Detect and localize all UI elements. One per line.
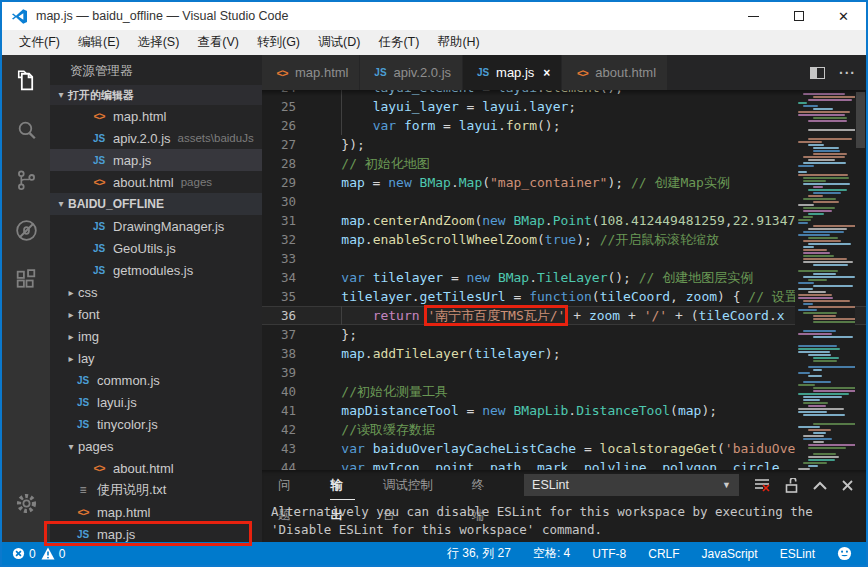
sidebar-title: 资源管理器 (50, 55, 262, 85)
open-editor-map.js[interactable]: JSmap.js (50, 149, 262, 171)
output-channel-select[interactable]: ESLint ▼ (524, 474, 739, 496)
maximize-button[interactable] (776, 2, 821, 30)
code-line-40[interactable]: 40 //初始化测量工具 (262, 382, 866, 401)
code-editor[interactable]: 24 layui_element = layui.element();25 la… (262, 90, 866, 470)
code-line-31[interactable]: 31 map.centerAndZoom(new BMap.Point(108.… (262, 211, 866, 230)
line-number: 27 (262, 135, 296, 154)
code-line-43[interactable]: 43 var baiduOverlayCacheListCache = loca… (262, 439, 866, 458)
status-3627[interactable]: 行 36, 列 27 (447, 545, 511, 562)
more-actions-icon[interactable]: ··· (839, 68, 856, 78)
open-editor-apiv.2.0.js[interactable]: JSapiv.2.0.jsassets\baiduJs (50, 127, 262, 149)
status-CRLF[interactable]: CRLF (648, 547, 679, 561)
open-editors-header[interactable]: ▾ 打开的编辑器 (50, 85, 262, 105)
line-number: 30 (262, 192, 296, 211)
menu-item-H[interactable]: 帮助(H) (428, 30, 488, 55)
settings-icon[interactable] (2, 478, 50, 528)
code-line-26[interactable]: 26 var form = layui.form(); (262, 116, 866, 135)
txt-file-icon: ≡ (74, 483, 92, 497)
open-editor-about.html[interactable]: <>about.htmlpages (50, 171, 262, 193)
tree-item-getmodules.js[interactable]: JSgetmodules.js (50, 259, 262, 281)
menu-item-T[interactable]: 任务(T) (369, 30, 428, 55)
unlock-icon[interactable] (785, 478, 798, 493)
line-number: 41 (262, 401, 296, 420)
tree-item-css[interactable]: ▸css (50, 281, 262, 303)
code-line-33[interactable]: 33 (262, 249, 866, 268)
root-folder-header[interactable]: ▾ BAIDU_OFFLINE (50, 193, 262, 215)
extensions-icon[interactable] (2, 255, 50, 305)
panel-tab-问题[interactable]: 问题 (278, 470, 302, 500)
tab-label: map.html (295, 65, 348, 80)
tree-item-使用说明.txt[interactable]: ≡使用说明.txt (50, 479, 262, 501)
line-content: var myIcon, point, path, mark, polyline,… (296, 458, 788, 470)
tab-about.html[interactable]: <>about.html (562, 55, 668, 90)
code-line-27[interactable]: 27 }); (262, 135, 866, 154)
code-line-44[interactable]: 44 var myIcon, point, path, mark, polyli… (262, 458, 866, 470)
code-line-42[interactable]: 42 //读取缓存数据 (262, 420, 866, 439)
close-panel-icon[interactable] (842, 480, 853, 491)
warnings-indicator[interactable]: 0 (41, 547, 66, 561)
tree-item-common.js[interactable]: JScommon.js (50, 369, 262, 391)
close-button[interactable]: ✕ (821, 2, 866, 30)
explorer-icon[interactable] (2, 55, 50, 105)
status-UTF8[interactable]: UTF-8 (592, 547, 626, 561)
code-line-29[interactable]: 29 map = new BMap.Map("map_container"); … (262, 173, 866, 192)
panel-tab-输出[interactable]: 输出 (330, 470, 354, 500)
panel-tab-终端[interactable]: 终端 (472, 470, 496, 500)
code-line-32[interactable]: 32 map.enableScrollWheelZoom(true); //开启… (262, 230, 866, 249)
file-label: tinycolor.js (97, 417, 158, 432)
tree-item-tinycolor.js[interactable]: JStinycolor.js (50, 413, 262, 435)
menu-item-S[interactable]: 选择(S) (129, 30, 189, 55)
status-ESLint[interactable]: ESLint (780, 547, 815, 561)
search-icon[interactable] (2, 105, 50, 155)
code-line-28[interactable]: 28 // 初始化地图 (262, 154, 866, 173)
panel-tab-调试控制台[interactable]: 调试控制台 (383, 470, 444, 500)
tree-item-layui.js[interactable]: JSlayui.js (50, 391, 262, 413)
editor-scrollbar[interactable] (855, 90, 866, 470)
output-log: Alternatively you can disable ESLint for… (262, 500, 866, 539)
clear-output-icon[interactable] (754, 478, 770, 492)
tree-item-lay[interactable]: ▸lay (50, 347, 262, 369)
code-line-41[interactable]: 41 mapDistanceTool = new BMapLib.Distanc… (262, 401, 866, 420)
tree-item-map.html[interactable]: <>map.html (50, 501, 262, 523)
menu-item-G[interactable]: 转到(G) (248, 30, 309, 55)
tree-item-DrawingManager.js[interactable]: JSDrawingManager.js (50, 215, 262, 237)
code-line-30[interactable]: 30 (262, 192, 866, 211)
status-4[interactable]: 空格: 4 (533, 545, 570, 562)
menu-item-E[interactable]: 编辑(E) (69, 30, 129, 55)
open-editor-map.html[interactable]: <>map.html (50, 105, 262, 127)
tree-item-font[interactable]: ▸font (50, 303, 262, 325)
tab-map.html[interactable]: <>map.html (262, 55, 360, 90)
menu-item-V[interactable]: 查看(V) (188, 30, 248, 55)
tab-apiv.2.0.js[interactable]: JSapiv.2.0.js (360, 55, 463, 90)
source-control-icon[interactable] (2, 155, 50, 205)
code-line-24[interactable]: 24 layui_element = layui.element(); (262, 90, 866, 97)
menu-item-D[interactable]: 调试(D) (309, 30, 369, 55)
status-JavaScript[interactable]: JavaScript (702, 547, 758, 561)
feedback-smiley-icon[interactable] (837, 546, 852, 561)
debug-icon[interactable] (2, 205, 50, 255)
tab-close-icon[interactable]: × (543, 66, 550, 80)
code-line-38[interactable]: 38 map.addTileLayer(tilelayer); (262, 344, 866, 363)
menu-item-F[interactable]: 文件(F) (10, 30, 69, 55)
code-line-36[interactable]: 36 return '南宁市百度TMS瓦片/' + zoom + '/' + (… (262, 306, 866, 325)
code-line-25[interactable]: 25 layui_layer = layui.layer; (262, 97, 866, 116)
tree-item-about.html[interactable]: <>about.html (50, 457, 262, 479)
code-line-39[interactable]: 39 (262, 363, 866, 382)
tree-item-img[interactable]: ▸img (50, 325, 262, 347)
errors-indicator[interactable]: 0 (12, 547, 36, 561)
maximize-panel-icon[interactable] (813, 481, 827, 490)
tree-item-GeoUtils.js[interactable]: JSGeoUtils.js (50, 237, 262, 259)
window-title: map.js — baidu_offline — Visual Studio C… (36, 9, 288, 23)
html-file-icon: <> (90, 176, 108, 188)
minimize-button[interactable] (731, 2, 776, 30)
tree-item-pages[interactable]: ▾pages (50, 435, 262, 457)
line-content: var form = layui.form(); (296, 116, 561, 135)
chevron-right-icon: ▸ (64, 287, 78, 298)
split-editor-icon[interactable] (810, 67, 825, 79)
code-line-34[interactable]: 34 var tilelayer = new BMap.TileLayer();… (262, 268, 866, 287)
code-line-35[interactable]: 35 tilelayer.getTilesUrl = function(tile… (262, 287, 866, 306)
code-line-37[interactable]: 37 }; (262, 325, 866, 344)
minimap[interactable] (795, 90, 855, 470)
file-label: apiv.2.0.js (113, 131, 171, 146)
tab-map.js[interactable]: JSmap.js× (463, 55, 562, 90)
